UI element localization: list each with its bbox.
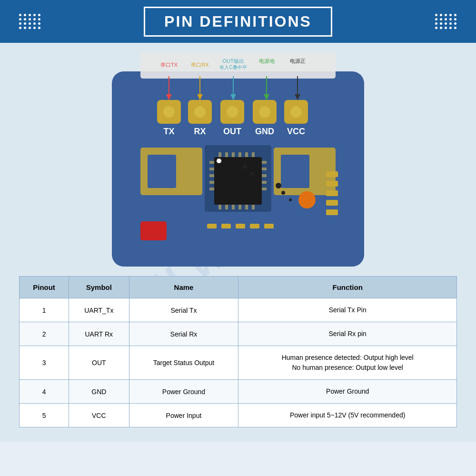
svg-rect-71 (236, 224, 245, 228)
svg-rect-55 (218, 205, 221, 209)
svg-rect-52 (238, 152, 241, 157)
pcb-board-svg: 串口TX 串口RX OUT输出 有入C叠中平 电源地 电源正 (112, 52, 364, 267)
decorative-dots-right (435, 14, 457, 29)
svg-text:串口TX: 串口TX (160, 62, 178, 68)
svg-rect-54 (252, 152, 255, 157)
svg-rect-64 (326, 171, 338, 177)
svg-point-61 (217, 159, 221, 163)
svg-point-76 (276, 183, 281, 188)
svg-rect-68 (326, 209, 338, 215)
svg-rect-63 (140, 221, 167, 240)
svg-rect-72 (250, 224, 259, 228)
table-header-row: Pinout Symbol Name Function (20, 277, 457, 298)
svg-rect-47 (262, 181, 267, 184)
svg-rect-50 (225, 152, 228, 157)
svg-rect-65 (326, 181, 338, 187)
svg-text:串口RX: 串口RX (191, 62, 209, 68)
svg-rect-58 (238, 205, 241, 209)
svg-rect-59 (245, 205, 248, 209)
svg-rect-70 (221, 224, 231, 228)
cell-symbol: OUT (69, 346, 129, 380)
col-pinout: Pinout (20, 277, 69, 298)
svg-rect-66 (326, 190, 338, 196)
svg-point-62 (298, 191, 316, 208)
svg-text:电源正: 电源正 (290, 58, 306, 64)
svg-point-23 (163, 106, 175, 118)
cell-name: Power Ground (129, 380, 238, 404)
svg-rect-48 (262, 188, 267, 190)
cell-symbol: GND (69, 380, 129, 404)
decorative-dots-left (19, 14, 41, 29)
svg-rect-49 (218, 152, 221, 157)
table-row: 2UART RxSerial RxSerial Rx pin (20, 322, 457, 346)
pin-definitions-table: Pinout Symbol Name Function 1UART_TxSeri… (19, 276, 457, 427)
table-row: 4GNDPower GroundPower Ground (20, 380, 457, 404)
svg-rect-43 (209, 188, 214, 190)
pcb-image-container: 串口TX 串口RX OUT输出 有入C叠中平 电源地 电源正 (19, 52, 457, 267)
svg-rect-44 (262, 161, 267, 164)
cell-pinout: 1 (20, 298, 69, 322)
svg-rect-51 (232, 152, 235, 157)
cell-function: Power Ground (238, 380, 457, 404)
cell-function: Serial Tx Pin (238, 298, 457, 322)
svg-point-27 (290, 106, 302, 118)
svg-rect-45 (262, 168, 267, 170)
cell-symbol: VCC (69, 404, 129, 427)
table-row: 5VCCPower InputPower input 5~12V (5V rec… (20, 404, 457, 427)
cell-pinout: 5 (20, 404, 69, 427)
cell-function: Serial Rx pin (238, 322, 457, 346)
svg-point-26 (259, 106, 270, 118)
svg-text:OUT输出: OUT输出 (222, 58, 244, 64)
svg-rect-60 (252, 205, 255, 209)
svg-point-24 (194, 106, 206, 118)
cell-symbol: UART_Tx (69, 298, 129, 322)
svg-rect-57 (232, 205, 235, 209)
svg-rect-36 (281, 155, 309, 188)
svg-point-74 (243, 164, 248, 169)
svg-text:GND: GND (255, 127, 274, 136)
svg-text:VCC: VCC (287, 127, 305, 136)
svg-text:电源地: 电源地 (259, 58, 275, 64)
table-row: 3OUTTarget Status OutputHuman presence d… (20, 346, 457, 380)
cell-pinout: 4 (20, 380, 69, 404)
cell-name: Power Input (129, 404, 238, 427)
svg-rect-41 (209, 174, 214, 177)
col-name: Name (129, 277, 238, 298)
svg-rect-67 (326, 200, 338, 206)
svg-text:OUT: OUT (223, 127, 241, 136)
svg-text:RX: RX (194, 127, 206, 136)
cell-name: Serial Rx (129, 322, 238, 346)
cell-function: Human presence detected: Output high lev… (238, 346, 457, 380)
svg-rect-69 (207, 224, 217, 228)
col-function: Function (238, 277, 457, 298)
svg-rect-42 (209, 181, 214, 184)
cell-pinout: 2 (20, 322, 69, 346)
svg-rect-56 (225, 205, 228, 209)
page-header: PIN DEFINITIONS (0, 0, 476, 43)
svg-rect-35 (148, 155, 176, 188)
cell-function: Power input 5~12V (5V recommended) (238, 404, 457, 427)
cell-name: Serial Tx (129, 298, 238, 322)
svg-rect-40 (209, 168, 214, 170)
main-content: ULWAUTO 串口TX 串口RX OUT输出 有入C叠中平 (0, 43, 476, 442)
svg-rect-73 (264, 224, 274, 228)
col-symbol: Symbol (69, 277, 129, 298)
svg-point-78 (289, 198, 292, 201)
svg-text:TX: TX (163, 127, 174, 136)
svg-point-75 (250, 172, 254, 176)
svg-point-25 (227, 106, 238, 118)
svg-rect-53 (245, 152, 248, 157)
svg-text:有入C叠中平: 有入C叠中平 (219, 65, 247, 70)
svg-point-77 (281, 191, 285, 195)
svg-rect-38 (214, 157, 262, 205)
cell-symbol: UART Rx (69, 322, 129, 346)
cell-name: Target Status Output (129, 346, 238, 380)
table-row: 1UART_TxSerial TxSerial Tx Pin (20, 298, 457, 322)
svg-rect-39 (209, 161, 214, 164)
svg-rect-46 (262, 174, 267, 177)
page-title: PIN DEFINITIONS (144, 7, 332, 37)
cell-pinout: 3 (20, 346, 69, 380)
